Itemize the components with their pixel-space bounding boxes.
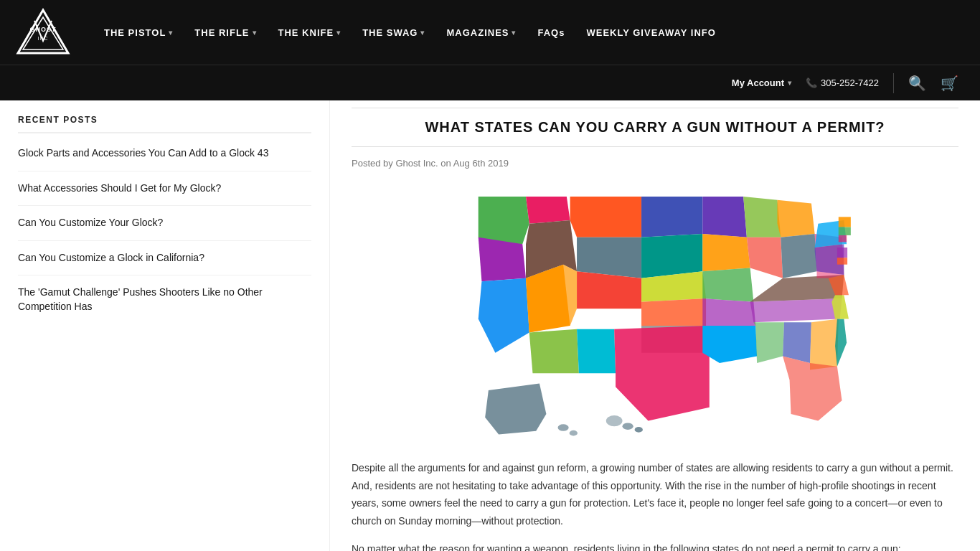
main-content: WHAT STATES CAN YOU CARRY A GUN WITHOUT … [330, 100, 980, 551]
article-paragraph-2: No matter what the reason for wanting a … [352, 540, 958, 551]
svg-point-54 [635, 427, 643, 433]
secondary-nav: My Account ▾ 📞 305-252-7422 🔍 🛒 [0, 65, 980, 100]
chevron-down-icon: ▾ [253, 29, 257, 37]
svg-marker-38 [835, 319, 847, 366]
sidebar-post-link-1[interactable]: Glock Parts and Accessories You Can Add … [18, 146, 311, 161]
list-item: Can You Customize Your Glock? [18, 216, 311, 241]
svg-marker-26 [702, 326, 757, 363]
nav-item-faqs[interactable]: FAQs [527, 0, 575, 65]
chevron-down-icon: ▾ [169, 29, 173, 37]
svg-text:GHOST: GHOST [29, 26, 56, 33]
svg-marker-36 [810, 319, 839, 369]
svg-marker-5 [526, 197, 570, 224]
svg-rect-48 [837, 258, 847, 264]
svg-marker-6 [479, 237, 526, 282]
sidebar-post-link-4[interactable]: Can You Customize a Glock in California? [18, 251, 311, 265]
sidebar-post-link-5[interactable]: The 'Gamut Challenge' Pushes Shooters Li… [18, 286, 311, 314]
account-menu[interactable]: My Account ▾ [732, 77, 791, 88]
phone-number[interactable]: 📞 305-252-7422 [806, 77, 879, 88]
map-container [352, 183, 958, 441]
us-map [447, 183, 863, 441]
svg-rect-45 [839, 227, 851, 235]
list-item: The 'Gamut Challenge' Pushes Shooters Li… [18, 286, 311, 314]
svg-rect-44 [839, 217, 851, 227]
svg-marker-28 [747, 237, 783, 278]
article-paragraph-1: Despite all the arguments for and agains… [352, 459, 958, 529]
svg-point-52 [606, 415, 623, 426]
sidebar-posts-list: Glock Parts and Accessories You Can Add … [18, 146, 311, 314]
svg-marker-29 [778, 200, 815, 237]
svg-marker-10 [570, 197, 641, 237]
svg-point-51 [570, 430, 578, 436]
chevron-down-icon: ▾ [512, 29, 516, 37]
svg-marker-15 [577, 329, 616, 374]
svg-marker-7 [479, 278, 529, 353]
logo[interactable]: GHOST INC [14, 6, 72, 59]
svg-marker-37 [783, 357, 842, 421]
svg-marker-11 [577, 237, 641, 278]
svg-marker-23 [702, 234, 750, 271]
svg-marker-25 [702, 298, 755, 326]
svg-marker-21 [614, 326, 710, 421]
svg-marker-22 [702, 197, 747, 237]
nav-item-pistol[interactable]: THE PISTOL ▾ [93, 0, 184, 65]
svg-marker-34 [753, 322, 784, 363]
cart-button[interactable]: 🛒 [941, 75, 958, 92]
svg-marker-49 [485, 383, 546, 434]
svg-marker-35 [783, 322, 811, 363]
nav-item-knife[interactable]: THE KNIFE ▾ [268, 0, 352, 65]
chevron-down-icon: ▾ [336, 29, 341, 37]
sidebar-post-link-3[interactable]: Can You Customize Your Glock? [18, 216, 311, 230]
article-meta: Posted by Ghost Inc. on Aug 6th 2019 [352, 158, 958, 169]
article-title: WHAT STATES CAN YOU CARRY A GUN WITHOUT … [352, 108, 958, 147]
svg-point-50 [558, 424, 569, 430]
list-item: What Accessories Should I Get for My Glo… [18, 182, 311, 207]
top-nav: GHOST INC THE PISTOL ▾ THE RIFLE ▾ THE K… [0, 0, 980, 65]
list-item: Glock Parts and Accessories You Can Add … [18, 146, 311, 171]
sidebar: RECENT POSTS Glock Parts and Accessories… [0, 100, 330, 551]
svg-rect-46 [839, 235, 847, 242]
svg-point-53 [623, 423, 633, 429]
nav-item-giveaway[interactable]: WEEKLY GIVEAWAY INFO [575, 0, 726, 65]
vertical-divider [893, 73, 894, 93]
chevron-down-icon: ▾ [788, 79, 791, 87]
sidebar-post-link-2[interactable]: What Accessories Should I Get for My Glo… [18, 182, 311, 196]
svg-marker-14 [529, 329, 579, 374]
nav-item-rifle[interactable]: THE RIFLE ▾ [184, 0, 267, 65]
svg-marker-17 [641, 234, 702, 278]
svg-marker-19 [641, 298, 706, 326]
phone-icon: 📞 [806, 77, 817, 88]
nav-item-swag[interactable]: THE SWAG ▾ [352, 0, 435, 65]
article-body: Despite all the arguments for and agains… [352, 459, 958, 551]
sidebar-title: RECENT POSTS [18, 115, 311, 133]
svg-marker-30 [781, 234, 816, 278]
nav-item-magazines[interactable]: MAGAZINES ▾ [435, 0, 527, 65]
svg-marker-27 [743, 197, 781, 237]
chevron-down-icon: ▾ [420, 29, 425, 37]
page-body: RECENT POSTS Glock Parts and Accessories… [0, 100, 980, 551]
svg-marker-24 [702, 268, 753, 301]
nav-links: THE PISTOL ▾ THE RIFLE ▾ THE KNIFE ▾ THE… [93, 0, 966, 65]
svg-marker-33 [750, 298, 842, 322]
svg-marker-16 [641, 197, 702, 237]
svg-rect-47 [837, 248, 847, 258]
search-button[interactable]: 🔍 [908, 75, 926, 92]
list-item: Can You Customize a Glock in California? [18, 251, 311, 276]
